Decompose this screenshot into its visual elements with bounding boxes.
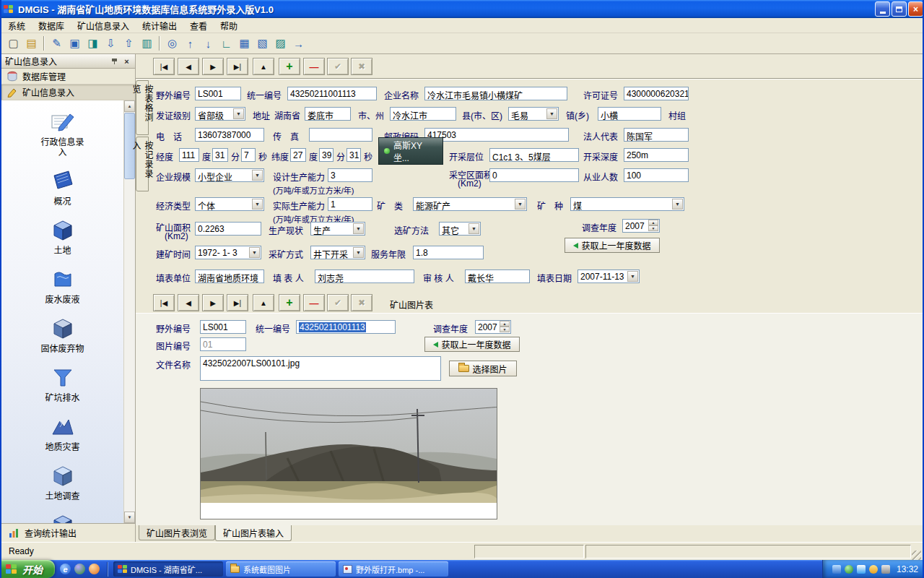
ore-class-select[interactable]: 能源矿产▼ <box>413 197 527 211</box>
pin-icon[interactable] <box>111 58 118 65</box>
mining-layer-input[interactable]: C1c1 3、5煤层 <box>489 148 579 162</box>
sidebar-item-land-survey[interactable]: 土地调查 <box>39 463 87 501</box>
chevron-down-icon[interactable]: ▼ <box>672 199 683 210</box>
menu-system[interactable]: 系统 <box>1 18 32 33</box>
nav1-delete-button[interactable]: — <box>303 58 325 75</box>
update-icon[interactable] <box>869 565 878 574</box>
nav2-next-button[interactable]: ▶ <box>202 294 224 311</box>
design-capacity-input[interactable]: 3 <box>328 168 372 182</box>
actual-capacity-input[interactable]: 1 <box>328 197 372 211</box>
nav2-delete-button[interactable]: — <box>303 294 325 311</box>
media-icon[interactable] <box>89 564 100 574</box>
fetch-previous-year-button[interactable]: 获取上一年度数据 <box>565 238 660 253</box>
map-icon[interactable]: ▧ <box>253 35 271 52</box>
sidebar-item-pit-drainage[interactable]: 矿坑排水 <box>39 365 87 403</box>
down-icon[interactable]: ↓ <box>199 35 217 52</box>
tab-record-entry[interactable]: 按记录录入 <box>136 137 149 191</box>
taskbar-task-dmgis[interactable]: DMGIS - 湖南省矿... <box>113 561 223 577</box>
nav1-last-button[interactable]: ▶| <box>227 58 248 75</box>
nav1-prev-button[interactable]: ◀ <box>178 58 199 75</box>
start-button[interactable]: 开始 <box>0 560 55 578</box>
nav2-cancel-button[interactable]: ✖ <box>351 294 372 311</box>
chevron-down-icon[interactable]: ▼ <box>515 199 526 210</box>
table-icon[interactable]: ▦ <box>235 35 253 52</box>
copy-icon[interactable]: ◨ <box>84 35 102 52</box>
employees-input[interactable]: 100 <box>624 168 689 182</box>
build-time-select[interactable]: 1972- 1- 3▼ <box>195 246 261 259</box>
pic-field-no-input[interactable]: LS001 <box>200 320 246 334</box>
globe-icon[interactable]: ◎ <box>163 35 181 52</box>
sidebar-item-overview[interactable]: 概况 <box>39 168 87 207</box>
mining-depth-input[interactable]: 250m <box>624 148 689 162</box>
sidebar-item-geo-hazard[interactable]: 地质灾害 <box>39 414 87 452</box>
nav2-last-button[interactable]: ▶| <box>227 294 248 311</box>
pic-survey-year-spinner[interactable]: 2007▲▼ <box>475 320 511 334</box>
city-input[interactable]: 娄底市 <box>305 107 351 121</box>
fill-date-select[interactable]: 2007-11-13▼ <box>578 269 640 283</box>
spin-down-icon[interactable]: ▼ <box>648 225 658 231</box>
sidebar-item-database-manage[interactable]: 数据库管理 <box>1 69 135 85</box>
open-icon[interactable]: ▤ <box>22 35 40 52</box>
up-icon[interactable]: ↑ <box>181 35 199 52</box>
sidebar-item-solid-waste[interactable]: 固体废弃物 <box>39 316 87 354</box>
economic-type-select[interactable]: 个体▼ <box>195 197 264 211</box>
enterprise-scale-select[interactable]: 小型企业▼ <box>195 168 264 182</box>
beneficiation-select[interactable]: 其它▼ <box>439 222 481 236</box>
goaf-area-input[interactable]: 0 <box>489 168 579 182</box>
chevron-down-icon[interactable]: ▼ <box>233 108 244 119</box>
postcode-input[interactable]: 417503 <box>424 128 569 142</box>
legal-rep-input[interactable]: 陈国军 <box>624 128 689 142</box>
spin-up-icon[interactable]: ▲ <box>500 321 510 327</box>
scroll-down-icon[interactable]: ▼ <box>124 512 135 523</box>
nav2-add-button[interactable]: + <box>279 294 300 311</box>
save-icon[interactable]: ▣ <box>66 35 84 52</box>
fill-unit-input[interactable]: 湖南省地质环境 <box>195 269 264 283</box>
sidebar-item-admin-entry[interactable]: 行政信息录入 <box>39 109 87 158</box>
resize-grip-icon[interactable] <box>912 551 921 560</box>
edit-icon[interactable]: ✎ <box>48 35 66 52</box>
sidebar-item-partial[interactable] <box>50 512 76 523</box>
nav1-add-button[interactable]: + <box>279 58 300 75</box>
spin-up-icon[interactable]: ▲ <box>648 220 658 225</box>
chevron-down-icon[interactable]: ▼ <box>252 170 263 181</box>
message-icon[interactable] <box>857 565 866 574</box>
nav1-next-button[interactable]: ▶ <box>202 58 224 75</box>
chevron-down-icon[interactable]: ▼ <box>627 271 638 282</box>
survey-year-spinner[interactable]: 2007▲▼ <box>622 219 660 233</box>
fax-input[interactable] <box>309 128 372 142</box>
lon-min-input[interactable]: 31 <box>212 148 228 162</box>
nav1-cancel-button[interactable]: ✖ <box>351 58 372 75</box>
maximize-button[interactable] <box>892 1 907 17</box>
sidebar-item-query-stats[interactable]: 查询统计输出 <box>1 523 135 542</box>
sidebar-item-wastewater[interactable]: 废水废液 <box>39 267 87 305</box>
nav2-prev-button[interactable]: ◀ <box>178 294 199 311</box>
phone-input[interactable]: 13607387000 <box>195 128 264 142</box>
ore-kind-select[interactable]: 煤▼ <box>570 197 684 211</box>
export-icon[interactable]: ⇧ <box>120 35 138 52</box>
menu-view[interactable]: 查看 <box>183 18 214 33</box>
sidebar-item-mine-entry[interactable]: 矿山信息录入 <box>1 85 135 100</box>
unified-no-input[interactable]: 43250211001113 <box>287 87 377 100</box>
minimize-button[interactable] <box>875 1 890 17</box>
antivirus-icon[interactable] <box>845 565 853 574</box>
field-no-input[interactable]: LS001 <box>195 87 241 100</box>
county-select[interactable]: 毛易▼ <box>508 107 559 121</box>
town-input[interactable]: 小横 <box>598 107 661 121</box>
taskbar-task-folder[interactable]: 系统截图图片 <box>226 561 336 577</box>
new-icon[interactable]: ▢ <box>4 35 22 52</box>
tab-picture-entry[interactable]: 矿山图片表输入 <box>215 525 292 541</box>
menu-database[interactable]: 数据库 <box>32 18 71 33</box>
chevron-down-icon[interactable]: ▼ <box>353 247 364 258</box>
nav2-first-button[interactable]: |◀ <box>153 294 175 311</box>
fill-person-input[interactable]: 刘志尧 <box>315 269 414 283</box>
volume-icon[interactable] <box>881 565 890 574</box>
network-icon[interactable] <box>832 565 841 574</box>
license-level-select[interactable]: 省部级▼ <box>195 107 245 121</box>
menu-stats-output[interactable]: 统计输出 <box>136 18 183 33</box>
go-icon[interactable]: → <box>289 35 308 52</box>
lon-deg-input[interactable]: 111 <box>179 148 199 162</box>
license-no-input[interactable]: 4300000620321 <box>624 87 689 100</box>
spin-down-icon[interactable]: ▼ <box>500 327 510 332</box>
production-status-select[interactable]: 生产▼ <box>310 222 365 236</box>
tab-picture-browse[interactable]: 矿山图片表浏览 <box>139 525 215 540</box>
